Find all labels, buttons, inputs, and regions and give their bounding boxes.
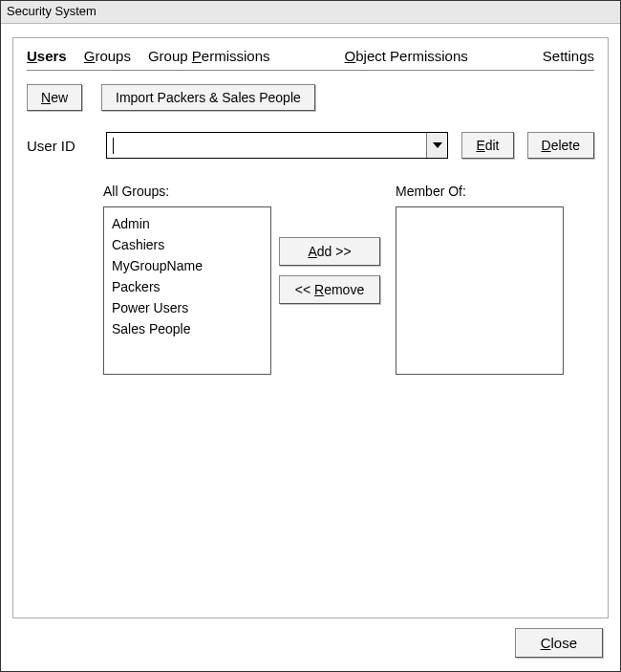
user-id-combo[interactable] bbox=[106, 132, 449, 159]
transfer-buttons: Add >> << Remove bbox=[279, 184, 380, 375]
list-item[interactable]: Power Users bbox=[112, 297, 263, 318]
tab-users[interactable]: Users bbox=[27, 48, 67, 64]
all-groups-column: All Groups: Admin Cashiers MyGroupName P… bbox=[103, 184, 271, 375]
mnemonic: U bbox=[27, 48, 37, 64]
edit-button[interactable]: Edit bbox=[461, 132, 513, 159]
tab-settings[interactable]: Settings bbox=[543, 48, 594, 64]
mnemonic: N bbox=[41, 90, 51, 105]
list-item[interactable]: Cashiers bbox=[112, 234, 263, 255]
mnemonic: C bbox=[541, 635, 551, 651]
window-frame: Security System Users Groups Group Permi… bbox=[0, 0, 621, 672]
mnemonic: E bbox=[476, 138, 484, 153]
new-button[interactable]: New bbox=[27, 84, 82, 111]
list-item[interactable]: Admin bbox=[112, 213, 263, 234]
member-of-listbox[interactable] bbox=[396, 206, 564, 375]
btn-label: elete bbox=[551, 138, 580, 153]
tab-bar: Users Groups Group Permissions Object Pe… bbox=[27, 48, 594, 71]
tab-label: roups bbox=[95, 48, 131, 64]
add-button[interactable]: Add >> bbox=[279, 237, 380, 266]
main-panel: Users Groups Group Permissions Object Pe… bbox=[12, 37, 609, 618]
mnemonic: A bbox=[308, 244, 316, 259]
tab-label-post: bject Permissions bbox=[355, 48, 468, 64]
close-button[interactable]: Close bbox=[515, 628, 603, 658]
content-area: Users Groups Group Permissions Object Pe… bbox=[1, 24, 620, 671]
toolbar: New Import Packers & Sales People bbox=[27, 84, 594, 111]
tab-group-permissions[interactable]: Group Permissions bbox=[148, 48, 270, 64]
all-groups-label: All Groups: bbox=[103, 184, 271, 199]
mnemonic: G bbox=[84, 48, 96, 64]
btn-label: lose bbox=[550, 635, 577, 651]
all-groups-listbox[interactable]: Admin Cashiers MyGroupName Packers Power… bbox=[103, 206, 271, 375]
groups-area: All Groups: Admin Cashiers MyGroupName P… bbox=[27, 184, 594, 375]
svg-marker-0 bbox=[433, 142, 442, 148]
user-id-input[interactable] bbox=[107, 133, 427, 158]
mnemonic: R bbox=[314, 282, 324, 297]
list-item[interactable]: MyGroupName bbox=[112, 255, 263, 276]
chevron-down-icon bbox=[433, 142, 442, 148]
import-button[interactable]: Import Packers & Sales People bbox=[101, 84, 315, 111]
user-id-label: User ID bbox=[27, 138, 93, 154]
mnemonic: P bbox=[192, 48, 202, 64]
user-id-row: User ID Edit Delete bbox=[27, 132, 594, 159]
mnemonic: O bbox=[345, 48, 356, 64]
window-title: Security System bbox=[1, 1, 620, 24]
tab-groups[interactable]: Groups bbox=[84, 48, 131, 64]
delete-button[interactable]: Delete bbox=[527, 132, 594, 159]
tab-object-permissions[interactable]: Object Permissions bbox=[345, 48, 468, 64]
mnemonic: D bbox=[542, 138, 551, 153]
btn-label: ew bbox=[51, 90, 68, 105]
member-of-column: Member Of: bbox=[396, 184, 564, 375]
btn-label: dit bbox=[485, 138, 500, 153]
list-item[interactable]: Packers bbox=[112, 276, 263, 297]
tab-label: sers bbox=[37, 48, 67, 64]
btn-label: dd >> bbox=[317, 244, 352, 259]
list-item[interactable]: Sales People bbox=[112, 318, 263, 339]
footer: Close bbox=[12, 618, 609, 661]
remove-button[interactable]: << Remove bbox=[279, 275, 380, 304]
member-of-label: Member Of: bbox=[396, 184, 564, 199]
dropdown-button[interactable] bbox=[426, 133, 447, 158]
